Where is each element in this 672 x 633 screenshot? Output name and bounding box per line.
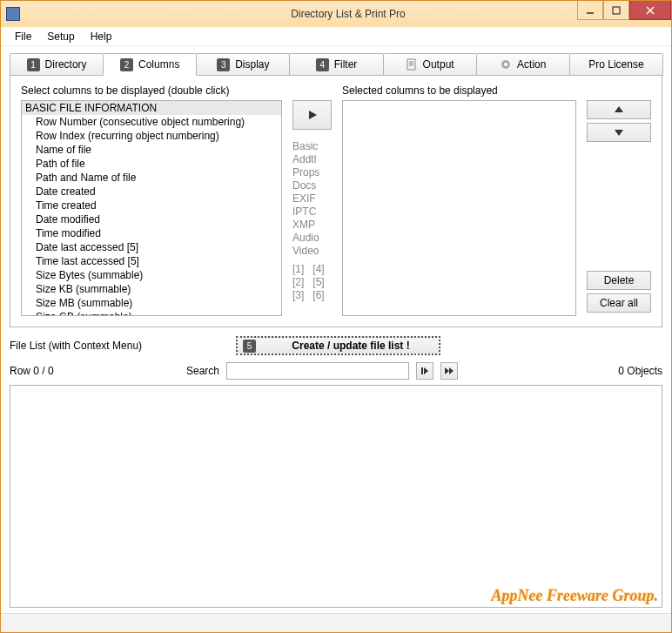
create-file-list-button[interactable]: 5 Create / update file list !	[236, 336, 440, 355]
selected-columns-list[interactable]	[342, 100, 576, 316]
svg-rect-13	[421, 367, 423, 374]
search-input[interactable]	[226, 362, 409, 380]
menu-help[interactable]: Help	[85, 29, 118, 44]
maximize-button[interactable]	[603, 1, 629, 20]
tab-columns[interactable]: 2Columns	[103, 53, 197, 76]
content: 1Directory 2Columns 3Display 4Filter Out…	[1, 46, 671, 613]
list-header-basic: BASIC FILE INFORMATION	[22, 101, 281, 115]
tabs: 1Directory 2Columns 3Display 4Filter Out…	[10, 53, 662, 76]
svg-marker-12	[615, 130, 623, 136]
statusbar	[1, 613, 671, 632]
list-item[interactable]: Size MB (summable)	[22, 296, 281, 310]
svg-marker-15	[445, 367, 449, 374]
list-item[interactable]: Size Bytes (summable)	[22, 268, 281, 282]
gear-icon	[500, 58, 512, 71]
svg-marker-14	[424, 367, 428, 374]
list-item[interactable]: Row Index (recurring object numbering)	[22, 129, 281, 143]
tab-directory[interactable]: 1Directory	[10, 53, 104, 76]
search-last-button[interactable]	[440, 362, 458, 380]
menubar: File Setup Help	[1, 27, 671, 46]
clear-all-button[interactable]: Clear all	[587, 293, 651, 313]
list-item[interactable]: Size KB (summable)	[22, 282, 281, 296]
minimize-button[interactable]	[577, 1, 603, 20]
file-list-row: File List (with Context Menu) 5 Create /…	[10, 336, 662, 355]
list-item[interactable]: Date last accessed [5]	[22, 240, 281, 254]
list-item[interactable]: Time created	[22, 199, 281, 212]
svg-marker-10	[309, 111, 317, 119]
search-row: Row 0 / 0 Search 0 Objects	[10, 362, 662, 380]
watermark: AppNee Freeware Group.	[492, 587, 659, 605]
search-next-button[interactable]	[416, 362, 433, 380]
move-down-button[interactable]	[587, 123, 651, 142]
list-item[interactable]: Path of file	[22, 157, 281, 171]
objects-count: 0 Objects	[618, 365, 662, 377]
list-item[interactable]: Name of file	[22, 143, 281, 157]
menu-setup[interactable]: Setup	[42, 29, 79, 44]
svg-marker-16	[449, 367, 454, 374]
svg-rect-4	[407, 59, 415, 70]
tab-output[interactable]: Output	[383, 53, 477, 76]
close-button[interactable]	[629, 1, 671, 20]
group-labels: Basic Addtl Props Docs EXIF IPTC XMP Aud…	[292, 140, 332, 302]
tab-display[interactable]: 3Display	[196, 53, 290, 76]
menu-file[interactable]: File	[10, 29, 37, 44]
available-label: Select columns to be displayed (double c…	[21, 84, 282, 97]
svg-rect-1	[613, 7, 620, 14]
delete-button[interactable]: Delete	[587, 271, 651, 290]
list-item[interactable]: Time modified	[22, 226, 281, 240]
list-item[interactable]: Size GB (summable)	[22, 310, 281, 316]
row-counter: Row 0 / 0	[10, 365, 179, 377]
search-label: Search	[186, 365, 219, 377]
reorder-column: Delete Clear all	[587, 84, 651, 316]
file-grid[interactable]: AppNee Freeware Group.	[10, 385, 662, 608]
window-title: Directory List & Print Pro	[25, 8, 671, 20]
app-icon	[6, 7, 20, 21]
list-item[interactable]: Date created	[22, 185, 281, 199]
svg-marker-11	[615, 106, 623, 112]
page-icon	[406, 58, 418, 71]
tab-pro-license[interactable]: Pro License	[569, 53, 663, 76]
add-column-button[interactable]	[292, 100, 332, 130]
svg-point-9	[504, 63, 507, 66]
list-item[interactable]: Time last accessed [5]	[22, 254, 281, 268]
available-columns-list[interactable]: BASIC FILE INFORMATION Row Number (conse…	[21, 100, 282, 316]
tab-action[interactable]: Action	[476, 53, 570, 76]
file-list-label: File List (with Context Menu)	[10, 340, 227, 352]
move-up-button[interactable]	[587, 100, 651, 119]
app-window: Directory List & Print Pro File Setup He…	[0, 0, 672, 633]
tab-filter[interactable]: 4Filter	[289, 53, 383, 76]
list-item[interactable]: Row Number (consecutive object numbering…	[22, 115, 281, 129]
titlebar: Directory List & Print Pro	[1, 1, 671, 27]
columns-panel: Select columns to be displayed (double c…	[10, 75, 662, 327]
list-item[interactable]: Date modified	[22, 212, 281, 226]
list-item[interactable]: Path and Name of file	[22, 171, 281, 185]
selected-label: Selected columns to be displayed	[342, 84, 576, 97]
transfer-column: Basic Addtl Props Docs EXIF IPTC XMP Aud…	[292, 84, 332, 316]
